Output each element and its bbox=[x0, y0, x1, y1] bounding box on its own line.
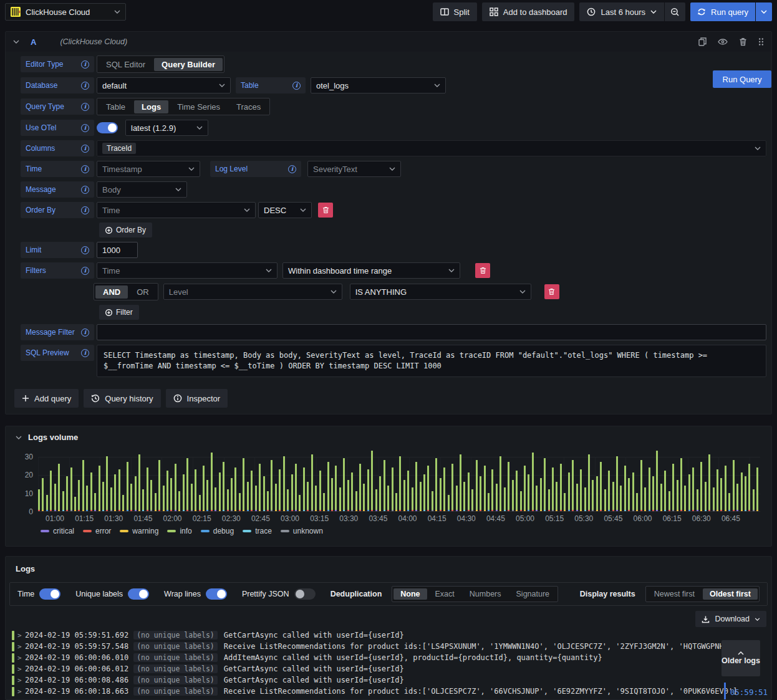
hide-query-eye-icon[interactable] bbox=[718, 38, 728, 46]
info-icon[interactable]: i bbox=[81, 165, 89, 173]
add-query-button[interactable]: Add query bbox=[14, 389, 79, 408]
info-icon[interactable]: i bbox=[81, 349, 89, 357]
info-icon[interactable]: i bbox=[292, 82, 301, 90]
wrap-lines-toggle[interactable] bbox=[206, 588, 227, 600]
run-query-panel-button[interactable]: Run Query bbox=[713, 70, 771, 88]
columns-multiselect[interactable]: TraceId bbox=[97, 140, 766, 156]
info-icon[interactable]: i bbox=[81, 60, 89, 69]
message-column-select[interactable]: Body bbox=[97, 181, 187, 198]
order-by-field-select[interactable]: Time bbox=[97, 202, 256, 218]
add-to-dashboard-button[interactable]: Add to dashboard bbox=[482, 2, 575, 21]
legend-item-info[interactable]: info bbox=[167, 527, 191, 535]
log-expand-icon[interactable]: > bbox=[17, 676, 25, 684]
legend-item-critical[interactable]: critical bbox=[41, 527, 74, 535]
log-level-select[interactable]: SeverityText bbox=[307, 161, 401, 177]
time-range-picker[interactable]: Last 6 hours bbox=[579, 2, 664, 21]
time-column-select[interactable]: Timestamp bbox=[97, 161, 200, 177]
logs-volume-header[interactable]: Logs volume bbox=[16, 433, 761, 442]
log-row[interactable]: >2024-02-19 05:59:57.548(no unique label… bbox=[12, 641, 768, 652]
prettify-json-toggle[interactable] bbox=[294, 588, 316, 600]
condition-operator-select[interactable]: IS ANYTHING bbox=[350, 284, 531, 300]
info-icon[interactable]: i bbox=[81, 206, 89, 214]
table-select[interactable]: otel_logs bbox=[311, 77, 446, 93]
log-row[interactable]: >2024-02-19 06:00:06.012(no unique label… bbox=[12, 663, 768, 674]
info-icon[interactable]: i bbox=[81, 267, 89, 275]
duplicate-query-icon[interactable] bbox=[698, 37, 707, 46]
option-signature[interactable]: Signature bbox=[509, 588, 557, 600]
datasource-picker[interactable]: ClickHouse Cloud bbox=[5, 3, 126, 21]
option-numbers[interactable]: Numbers bbox=[463, 588, 508, 600]
condition-field-select[interactable]: Level bbox=[163, 284, 342, 300]
add-order-by-button[interactable]: Order By bbox=[99, 223, 152, 237]
option-exact[interactable]: Exact bbox=[428, 588, 461, 600]
log-expand-icon[interactable]: > bbox=[17, 688, 25, 696]
bar bbox=[219, 472, 221, 511]
remove-filter-button[interactable] bbox=[475, 263, 490, 278]
log-row[interactable]: >2024-02-19 05:59:51.692(no unique label… bbox=[12, 630, 768, 641]
option-query-builder[interactable]: Query Builder bbox=[154, 58, 223, 71]
time-toggle[interactable] bbox=[39, 588, 60, 600]
split-button[interactable]: Split bbox=[433, 2, 477, 21]
run-query-button[interactable]: Run query bbox=[690, 2, 755, 21]
delete-query-trash-icon[interactable] bbox=[739, 37, 747, 46]
info-icon[interactable]: i bbox=[81, 145, 89, 153]
log-expand-icon[interactable]: > bbox=[17, 654, 25, 662]
inspector-button[interactable]: Inspector bbox=[166, 389, 228, 408]
message-filter-input[interactable] bbox=[97, 324, 766, 340]
log-row[interactable]: >2024-02-19 06:00:06.010(no unique label… bbox=[12, 652, 768, 663]
sql-preview-code[interactable]: SELECT Timestamp as timestamp, Body as b… bbox=[97, 345, 766, 377]
older-logs-button[interactable]: Older logs bbox=[722, 640, 760, 676]
bar bbox=[138, 454, 140, 511]
log-row[interactable]: >2024-02-19 06:00:18.663(no unique label… bbox=[12, 686, 768, 697]
option-or[interactable]: OR bbox=[129, 285, 157, 299]
option-logs[interactable]: Logs bbox=[134, 100, 168, 113]
legend-item-warning[interactable]: warning bbox=[120, 527, 158, 535]
collapse-chevron-icon[interactable] bbox=[13, 40, 19, 44]
option-and[interactable]: AND bbox=[95, 285, 128, 299]
option-traces[interactable]: Traces bbox=[229, 100, 268, 113]
info-icon[interactable]: i bbox=[81, 124, 89, 132]
x-tick: 01:45 bbox=[133, 514, 152, 523]
unique-labels-toggle[interactable] bbox=[128, 588, 149, 600]
legend-item-trace[interactable]: trace bbox=[243, 527, 272, 535]
remove-order-by-button[interactable] bbox=[318, 203, 333, 218]
log-expand-icon[interactable]: > bbox=[17, 631, 25, 640]
drag-handle-icon[interactable] bbox=[758, 37, 764, 46]
remove-condition-button[interactable] bbox=[544, 284, 559, 299]
database-select[interactable]: default bbox=[97, 77, 231, 93]
legend-item-error[interactable]: error bbox=[83, 527, 111, 535]
info-icon[interactable]: i bbox=[81, 82, 89, 90]
run-query-caret[interactable] bbox=[756, 2, 772, 21]
option-none[interactable]: None bbox=[393, 588, 427, 600]
download-button[interactable]: Download bbox=[695, 611, 766, 627]
option-newest-first[interactable]: Newest first bbox=[647, 588, 702, 600]
legend-item-unknown[interactable]: unknown bbox=[281, 527, 323, 535]
option-time-series[interactable]: Time Series bbox=[170, 100, 228, 113]
otel-version-select[interactable]: latest (1.2.9) bbox=[125, 120, 208, 136]
time-label: Timei bbox=[21, 161, 94, 177]
column-chip[interactable]: TraceId bbox=[102, 143, 136, 154]
limit-input[interactable]: 1000 bbox=[97, 242, 138, 258]
log-expand-icon[interactable]: > bbox=[17, 665, 25, 673]
order-direction-select[interactable]: DESC bbox=[258, 202, 312, 218]
option-table[interactable]: Table bbox=[99, 100, 133, 113]
bar bbox=[488, 493, 490, 511]
info-icon[interactable]: i bbox=[81, 103, 89, 111]
info-icon[interactable]: i bbox=[288, 165, 296, 173]
use-otel-toggle[interactable] bbox=[97, 122, 118, 133]
info-icon[interactable]: i bbox=[81, 186, 89, 194]
legend-item-debug[interactable]: debug bbox=[201, 527, 234, 535]
query-history-button[interactable]: Query history bbox=[84, 389, 160, 408]
info-icon[interactable]: i bbox=[81, 246, 89, 254]
filter-operator-select[interactable]: Within dashboard time range bbox=[282, 262, 460, 279]
query-row-header[interactable]: A (ClickHouse Cloud) bbox=[6, 32, 771, 52]
option-oldest-first[interactable]: Oldest first bbox=[703, 588, 758, 600]
filter-field-select[interactable]: Time bbox=[97, 262, 278, 279]
option-sql-editor[interactable]: SQL Editor bbox=[99, 58, 153, 71]
log-expand-icon[interactable]: > bbox=[17, 643, 25, 651]
info-icon[interactable]: i bbox=[81, 328, 89, 337]
log-row[interactable]: >2024-02-19 06:00:08.486(no unique label… bbox=[12, 674, 768, 686]
add-filter-button[interactable]: Filter bbox=[99, 305, 139, 320]
zoom-out-time-button[interactable] bbox=[665, 2, 685, 21]
legend-swatch bbox=[243, 530, 251, 532]
